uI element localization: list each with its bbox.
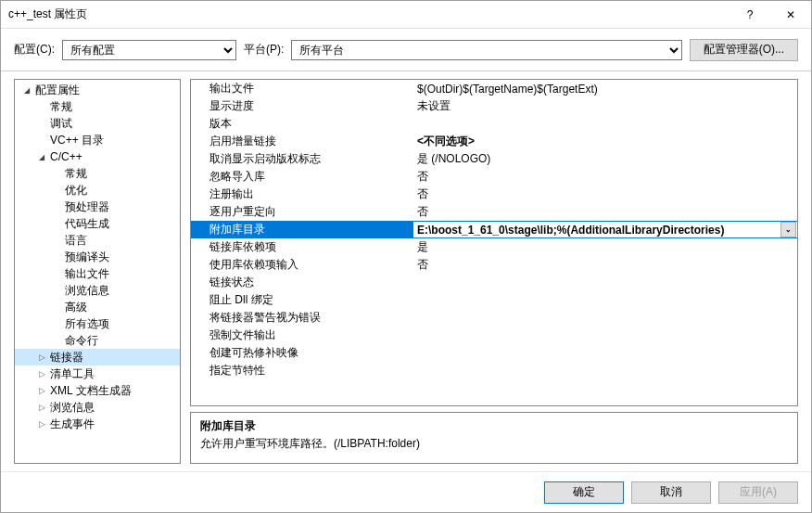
ok-button[interactable]: 确定 — [544, 481, 624, 504]
tree-node[interactable]: 常规 — [15, 165, 180, 182]
expand-icon[interactable] — [35, 353, 48, 362]
tree-label: 浏览信息 — [63, 283, 109, 299]
property-row[interactable]: 指定节特性 — [191, 362, 797, 379]
tree-node[interactable]: 预编译头 — [15, 249, 180, 265]
tree-label: 语言 — [63, 233, 87, 249]
platform-select[interactable]: 所有平台 — [291, 40, 681, 60]
property-row[interactable]: 输出文件$(OutDir)$(TargetName)$(TargetExt) — [191, 80, 797, 97]
property-row[interactable]: 版本 — [191, 115, 797, 133]
description-heading: 附加库目录 — [200, 418, 788, 434]
property-grid[interactable]: 输出文件$(OutDir)$(TargetName)$(TargetExt)显示… — [190, 79, 798, 406]
property-row[interactable]: 取消显示启动版权标志是 (/NOLOGO) — [191, 150, 797, 168]
property-row[interactable]: 将链接器警告视为错误 — [191, 309, 797, 327]
property-value[interactable]: 是 (/NOLOGO) — [413, 151, 797, 167]
dropdown-icon[interactable]: ⌄ — [780, 222, 796, 237]
right-pane: 输出文件$(OutDir)$(TargetName)$(TargetExt)显示… — [190, 79, 798, 464]
property-name: 注册输出 — [191, 186, 413, 202]
property-value[interactable]: 否 — [413, 169, 797, 185]
property-name: 创建可热修补映像 — [191, 345, 413, 361]
property-value[interactable]: 是 — [413, 239, 797, 255]
tree-label: 链接器 — [48, 350, 83, 366]
tree-label: 代码生成 — [63, 216, 109, 232]
tree-label: 高级 — [63, 300, 87, 315]
tree-node[interactable]: 优化 — [15, 182, 180, 199]
property-value[interactable]: 未设置 — [413, 98, 797, 114]
expand-icon[interactable] — [35, 369, 48, 378]
property-row[interactable]: 忽略导入库否 — [191, 168, 797, 186]
property-value[interactable]: E:\boost_1_61_0\stage\lib;%(AdditionalLi… — [413, 222, 797, 237]
tree-label: 预编译头 — [63, 250, 109, 265]
description-panel: 附加库目录 允许用户重写环境库路径。(/LIBPATH:folder) — [190, 412, 798, 464]
config-select[interactable]: 所有配置 — [62, 40, 236, 60]
property-row[interactable]: 创建可热修补映像 — [191, 344, 797, 362]
tree-node[interactable]: 输出文件 — [15, 265, 180, 282]
property-name: 版本 — [191, 116, 413, 132]
tree-node[interactable]: 配置属性 — [15, 82, 180, 98]
window-title: c++_test 属性页 — [8, 6, 730, 22]
property-value[interactable]: 否 — [413, 186, 797, 202]
property-row[interactable]: 强制文件输出 — [191, 327, 797, 344]
property-row[interactable]: 启用增量链接<不同选项> — [191, 133, 797, 150]
tree-node[interactable]: 常规 — [15, 98, 180, 115]
tree-node[interactable]: 清单工具 — [15, 366, 180, 382]
tree-node[interactable]: 代码生成 — [15, 215, 180, 232]
property-name: 链接库依赖项 — [191, 239, 413, 255]
expand-icon[interactable] — [35, 403, 48, 412]
tree-node[interactable]: 语言 — [15, 232, 180, 249]
tree-node[interactable]: 浏览信息 — [15, 282, 180, 299]
description-body: 允许用户重写环境库路径。(/LIBPATH:folder) — [200, 436, 788, 452]
property-name: 阻止 Dll 绑定 — [191, 292, 413, 308]
tree-label: 常规 — [63, 166, 87, 182]
tree-node[interactable]: 生成事件 — [15, 416, 180, 432]
content-area: 配置属性常规调试VC++ 目录C/C++常规优化预处理器代码生成语言预编译头输出… — [1, 71, 811, 471]
tree-node[interactable]: 命令行 — [15, 332, 180, 349]
tree-node[interactable]: 浏览信息 — [15, 399, 180, 416]
property-value[interactable]: <不同选项> — [413, 134, 797, 149]
tree-label: XML 文档生成器 — [48, 383, 132, 399]
property-name: 忽略导入库 — [191, 169, 413, 185]
toolbar: 配置(C): 所有配置 平台(P): 所有平台 配置管理器(O)... — [1, 29, 811, 71]
config-manager-button[interactable]: 配置管理器(O)... — [690, 39, 798, 61]
tree-node[interactable]: 调试 — [15, 115, 180, 132]
property-row[interactable]: 附加库目录E:\boost_1_61_0\stage\lib;%(Additio… — [191, 221, 797, 238]
property-row[interactable]: 注册输出否 — [191, 186, 797, 203]
cancel-button[interactable]: 取消 — [631, 481, 711, 504]
tree-node[interactable]: 高级 — [15, 299, 180, 315]
help-button[interactable]: ? — [730, 1, 770, 29]
title-bar: c++_test 属性页 ? ✕ — [1, 1, 811, 29]
tree-label: 预处理器 — [63, 199, 109, 215]
property-name: 逐用户重定向 — [191, 204, 413, 220]
tree-node[interactable]: VC++ 目录 — [15, 132, 180, 148]
property-value[interactable]: $(OutDir)$(TargetName)$(TargetExt) — [413, 83, 797, 96]
expand-icon[interactable] — [35, 419, 48, 429]
property-row[interactable]: 链接库依赖项是 — [191, 238, 797, 256]
property-row[interactable]: 使用库依赖项输入否 — [191, 256, 797, 274]
tree-node[interactable]: 所有选项 — [15, 315, 180, 332]
tree-node[interactable]: C/C++ — [15, 148, 180, 165]
property-name: 输出文件 — [191, 81, 413, 96]
tree-label: 清单工具 — [48, 366, 95, 382]
close-button[interactable]: ✕ — [770, 1, 811, 29]
property-name: 附加库目录 — [191, 222, 413, 237]
property-value[interactable]: 否 — [413, 204, 797, 220]
property-row[interactable]: 阻止 Dll 绑定 — [191, 291, 797, 309]
tree-label: 浏览信息 — [48, 400, 95, 416]
property-row[interactable]: 显示进度未设置 — [191, 97, 797, 115]
property-value[interactable]: 否 — [413, 257, 797, 273]
property-name: 取消显示启动版权标志 — [191, 151, 413, 167]
tree-node[interactable]: XML 文档生成器 — [15, 382, 180, 399]
apply-button[interactable]: 应用(A) — [718, 481, 798, 504]
tree-node[interactable]: 预处理器 — [15, 199, 180, 215]
tree-node[interactable]: 链接器 — [15, 349, 180, 366]
property-row[interactable]: 逐用户重定向否 — [191, 203, 797, 221]
tree-label: 配置属性 — [33, 83, 80, 98]
property-row[interactable]: 链接状态 — [191, 274, 797, 291]
expand-icon[interactable] — [35, 386, 48, 395]
collapse-icon[interactable] — [35, 153, 48, 161]
tree-label: 常规 — [48, 99, 72, 115]
property-name: 强制文件输出 — [191, 327, 413, 343]
tree-label: 生成事件 — [48, 417, 95, 432]
tree-label: 优化 — [63, 183, 87, 199]
collapse-icon[interactable] — [20, 86, 33, 95]
tree-pane[interactable]: 配置属性常规调试VC++ 目录C/C++常规优化预处理器代码生成语言预编译头输出… — [14, 79, 181, 464]
